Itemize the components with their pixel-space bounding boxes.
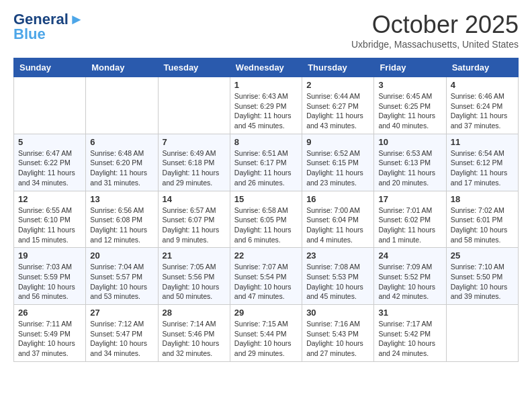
- calendar-cell: 4Sunrise: 6:46 AM Sunset: 6:24 PM Daylig…: [446, 77, 518, 134]
- calendar-cell: 17Sunrise: 7:01 AM Sunset: 6:02 PM Dayli…: [374, 191, 446, 248]
- day-number: 10: [378, 137, 441, 147]
- calendar-cell: 2Sunrise: 6:44 AM Sunset: 6:27 PM Daylig…: [302, 77, 374, 134]
- calendar-cell: 11Sunrise: 6:54 AM Sunset: 6:12 PM Dayli…: [446, 134, 518, 191]
- day-info: Sunrise: 7:07 AM Sunset: 5:54 PM Dayligh…: [234, 262, 298, 302]
- day-number: 11: [451, 137, 514, 147]
- title-area: October 2025 Uxbridge, Massachusetts, Un…: [351, 11, 519, 50]
- day-info: Sunrise: 7:01 AM Sunset: 6:02 PM Dayligh…: [378, 205, 441, 245]
- calendar-cell: [14, 77, 86, 134]
- calendar-cell: 7Sunrise: 6:49 AM Sunset: 6:18 PM Daylig…: [158, 134, 230, 191]
- day-info: Sunrise: 6:53 AM Sunset: 6:13 PM Dayligh…: [378, 148, 441, 188]
- calendar-cell: 29Sunrise: 7:15 AM Sunset: 5:44 PM Dayli…: [230, 305, 302, 362]
- calendar-week-2: 5Sunrise: 6:47 AM Sunset: 6:22 PM Daylig…: [14, 134, 519, 191]
- logo-blue: Blue: [13, 26, 46, 43]
- page: General ► Blue October 2025 Uxbridge, Ma…: [0, 0, 532, 375]
- weekday-header-thursday: Thursday: [302, 58, 374, 77]
- day-info: Sunrise: 6:43 AM Sunset: 6:29 PM Dayligh…: [234, 91, 298, 131]
- day-number: 25: [451, 250, 514, 261]
- calendar-cell: 22Sunrise: 7:07 AM Sunset: 5:54 PM Dayli…: [230, 248, 302, 305]
- calendar-cell: 12Sunrise: 6:55 AM Sunset: 6:10 PM Dayli…: [14, 191, 86, 248]
- day-number: 23: [306, 250, 369, 261]
- day-number: 7: [163, 137, 226, 147]
- header: General ► Blue October 2025 Uxbridge, Ma…: [13, 11, 519, 50]
- location: Uxbridge, Massachusetts, United States: [351, 39, 519, 50]
- day-info: Sunrise: 6:44 AM Sunset: 6:27 PM Dayligh…: [306, 91, 369, 131]
- day-info: Sunrise: 7:17 AM Sunset: 5:42 PM Dayligh…: [378, 319, 441, 359]
- logo-arrow-icon: ►: [69, 11, 84, 28]
- calendar-header-row: SundayMondayTuesdayWednesdayThursdayFrid…: [14, 58, 519, 77]
- day-info: Sunrise: 6:49 AM Sunset: 6:18 PM Dayligh…: [163, 148, 226, 188]
- day-number: 8: [234, 137, 298, 147]
- calendar-cell: 24Sunrise: 7:09 AM Sunset: 5:52 PM Dayli…: [374, 248, 446, 305]
- calendar-cell: 15Sunrise: 6:58 AM Sunset: 6:05 PM Dayli…: [230, 191, 302, 248]
- day-info: Sunrise: 7:14 AM Sunset: 5:46 PM Dayligh…: [163, 319, 226, 359]
- calendar-cell: 25Sunrise: 7:10 AM Sunset: 5:50 PM Dayli…: [446, 248, 518, 305]
- day-number: 27: [90, 308, 153, 318]
- day-info: Sunrise: 6:52 AM Sunset: 6:15 PM Dayligh…: [306, 148, 369, 188]
- calendar-table: SundayMondayTuesdayWednesdayThursdayFrid…: [13, 58, 519, 362]
- calendar-cell: [158, 77, 230, 134]
- day-info: Sunrise: 7:11 AM Sunset: 5:49 PM Dayligh…: [18, 319, 81, 359]
- calendar-cell: 28Sunrise: 7:14 AM Sunset: 5:46 PM Dayli…: [158, 305, 230, 362]
- day-number: 6: [90, 137, 153, 147]
- day-number: 29: [234, 308, 298, 318]
- logo: General ► Blue: [13, 11, 84, 43]
- day-info: Sunrise: 7:04 AM Sunset: 5:57 PM Dayligh…: [90, 262, 153, 302]
- calendar-cell: 1Sunrise: 6:43 AM Sunset: 6:29 PM Daylig…: [230, 77, 302, 134]
- day-info: Sunrise: 6:54 AM Sunset: 6:12 PM Dayligh…: [451, 148, 514, 188]
- weekday-header-saturday: Saturday: [446, 58, 518, 77]
- weekday-header-wednesday: Wednesday: [230, 58, 302, 77]
- day-number: 31: [378, 308, 441, 318]
- calendar-cell: [446, 305, 518, 362]
- month-title: October 2025: [351, 11, 519, 39]
- calendar-cell: 6Sunrise: 6:48 AM Sunset: 6:20 PM Daylig…: [86, 134, 158, 191]
- day-number: 2: [306, 80, 369, 90]
- calendar-cell: 8Sunrise: 6:51 AM Sunset: 6:17 PM Daylig…: [230, 134, 302, 191]
- day-info: Sunrise: 6:47 AM Sunset: 6:22 PM Dayligh…: [18, 148, 81, 188]
- day-number: 17: [378, 194, 441, 204]
- day-number: 15: [234, 194, 298, 204]
- day-number: 18: [451, 194, 514, 204]
- day-number: 28: [163, 308, 226, 318]
- day-info: Sunrise: 7:08 AM Sunset: 5:53 PM Dayligh…: [306, 262, 369, 302]
- day-number: 9: [306, 137, 369, 147]
- day-number: 12: [18, 194, 81, 204]
- weekday-header-sunday: Sunday: [14, 58, 86, 77]
- day-number: 4: [451, 80, 514, 90]
- calendar-week-1: 1Sunrise: 6:43 AM Sunset: 6:29 PM Daylig…: [14, 77, 519, 134]
- day-info: Sunrise: 7:00 AM Sunset: 6:04 PM Dayligh…: [306, 205, 369, 245]
- calendar-cell: 27Sunrise: 7:12 AM Sunset: 5:47 PM Dayli…: [86, 305, 158, 362]
- calendar-cell: 10Sunrise: 6:53 AM Sunset: 6:13 PM Dayli…: [374, 134, 446, 191]
- calendar-cell: 16Sunrise: 7:00 AM Sunset: 6:04 PM Dayli…: [302, 191, 374, 248]
- day-number: 24: [378, 250, 441, 261]
- calendar-week-4: 19Sunrise: 7:03 AM Sunset: 5:59 PM Dayli…: [14, 248, 519, 305]
- weekday-header-tuesday: Tuesday: [158, 58, 230, 77]
- calendar-cell: 20Sunrise: 7:04 AM Sunset: 5:57 PM Dayli…: [86, 248, 158, 305]
- day-number: 30: [306, 308, 369, 318]
- calendar-cell: 14Sunrise: 6:57 AM Sunset: 6:07 PM Dayli…: [158, 191, 230, 248]
- calendar-week-5: 26Sunrise: 7:11 AM Sunset: 5:49 PM Dayli…: [14, 305, 519, 362]
- day-info: Sunrise: 7:15 AM Sunset: 5:44 PM Dayligh…: [234, 319, 298, 359]
- calendar-cell: 18Sunrise: 7:02 AM Sunset: 6:01 PM Dayli…: [446, 191, 518, 248]
- day-number: 22: [234, 250, 298, 261]
- day-info: Sunrise: 7:12 AM Sunset: 5:47 PM Dayligh…: [90, 319, 153, 359]
- calendar-cell: 13Sunrise: 6:56 AM Sunset: 6:08 PM Dayli…: [86, 191, 158, 248]
- day-number: 26: [18, 308, 81, 318]
- day-info: Sunrise: 6:46 AM Sunset: 6:24 PM Dayligh…: [451, 91, 514, 131]
- calendar-cell: 21Sunrise: 7:05 AM Sunset: 5:56 PM Dayli…: [158, 248, 230, 305]
- day-info: Sunrise: 6:55 AM Sunset: 6:10 PM Dayligh…: [18, 205, 81, 245]
- calendar-cell: [86, 77, 158, 134]
- day-number: 5: [18, 137, 81, 147]
- day-info: Sunrise: 7:09 AM Sunset: 5:52 PM Dayligh…: [378, 262, 441, 302]
- calendar-cell: 19Sunrise: 7:03 AM Sunset: 5:59 PM Dayli…: [14, 248, 86, 305]
- day-info: Sunrise: 7:03 AM Sunset: 5:59 PM Dayligh…: [18, 262, 81, 302]
- day-number: 1: [234, 80, 298, 90]
- day-number: 21: [163, 250, 226, 261]
- day-number: 3: [378, 80, 441, 90]
- day-info: Sunrise: 6:56 AM Sunset: 6:08 PM Dayligh…: [90, 205, 153, 245]
- day-info: Sunrise: 7:10 AM Sunset: 5:50 PM Dayligh…: [451, 262, 514, 302]
- day-number: 16: [306, 194, 369, 204]
- calendar-cell: 30Sunrise: 7:16 AM Sunset: 5:43 PM Dayli…: [302, 305, 374, 362]
- calendar-cell: 3Sunrise: 6:45 AM Sunset: 6:25 PM Daylig…: [374, 77, 446, 134]
- day-number: 20: [90, 250, 153, 261]
